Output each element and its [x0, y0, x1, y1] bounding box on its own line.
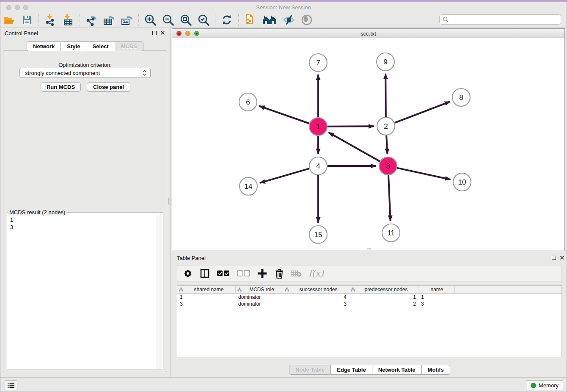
delete-row-button[interactable]	[274, 268, 285, 279]
svg-text:3: 3	[386, 162, 390, 170]
memory-status-icon	[531, 383, 536, 388]
tree-icon	[237, 287, 242, 292]
open-folder-icon	[3, 15, 15, 25]
float-table-panel-button[interactable]	[552, 255, 556, 261]
cell-mcds-role[interactable]: dominator	[236, 301, 283, 307]
export-network-button[interactable]	[85, 14, 98, 26]
svg-text:4: 4	[316, 162, 320, 170]
zoom-in-button[interactable]	[144, 14, 157, 26]
svg-text:6: 6	[246, 98, 250, 106]
graph-node-6[interactable]: 6	[239, 93, 257, 111]
task-history-button[interactable]	[5, 380, 17, 390]
network-graph[interactable]: 7968124314101511	[172, 38, 564, 251]
graph-node-15[interactable]: 15	[309, 226, 327, 243]
graph-node-7[interactable]: 7	[309, 54, 327, 72]
column-header[interactable]: successor nodes	[283, 286, 349, 293]
select-all-button[interactable]	[216, 268, 231, 279]
graph-node-1[interactable]: 1	[309, 118, 327, 135]
cell-name[interactable]: 3	[418, 301, 455, 307]
tab-style[interactable]: Style	[61, 41, 86, 51]
graph-edge-3-11[interactable]	[388, 175, 391, 221]
column-header[interactable]: shared name	[177, 286, 236, 293]
graph-edge-1-2[interactable]	[328, 126, 374, 127]
optimization-criterion-select[interactable]: strongly connected component	[19, 68, 151, 78]
table-settings-button[interactable]	[182, 268, 193, 279]
table-row[interactable]: 3 dominator 3 2 3	[177, 301, 561, 307]
graph-node-8[interactable]: 8	[452, 88, 470, 106]
graph-node-2[interactable]: 2	[377, 117, 395, 135]
cell-successor-nodes[interactable]: 3	[283, 301, 349, 307]
graph-node-3[interactable]: 3	[379, 157, 397, 175]
graph-edge-2-8[interactable]	[395, 102, 450, 123]
hide-selected-button[interactable]	[283, 14, 295, 26]
graph-node-11[interactable]: 11	[382, 224, 400, 242]
delete-table-icon	[291, 270, 302, 277]
zoom-out-button[interactable]	[162, 14, 174, 26]
run-mcds-button[interactable]: Run MCDS	[41, 82, 81, 92]
status-bar: Memory	[0, 377, 567, 392]
float-panel-button[interactable]	[152, 30, 157, 36]
export-table-button[interactable]	[103, 14, 116, 26]
graph-node-10[interactable]: 10	[453, 173, 471, 191]
tab-mcds[interactable]: MCDS	[115, 41, 143, 51]
search-field[interactable]	[439, 14, 561, 25]
open-session-button[interactable]	[3, 14, 16, 26]
column-view-button[interactable]	[199, 268, 210, 279]
graph-edge-3-1[interactable]	[328, 133, 380, 161]
column-header[interactable]: name	[418, 286, 455, 293]
float-icon	[152, 31, 157, 35]
graph-edge-2-9[interactable]	[385, 74, 386, 117]
network-resize-grip[interactable]	[367, 248, 371, 250]
search-input[interactable]	[451, 16, 561, 23]
table-panel-tabs: Node Table Edge Table Network Table Moti…	[172, 365, 567, 375]
close-panel-action-button[interactable]: Close panel	[87, 82, 130, 92]
network-window-titlebar[interactable]: x − + scc.txt	[172, 29, 564, 38]
tab-select[interactable]: Select	[86, 41, 115, 51]
add-row-button[interactable]	[257, 268, 268, 279]
import-table-button[interactable]	[62, 14, 74, 26]
cell-predecessor-nodes[interactable]: 1	[349, 294, 418, 300]
deselect-all-button[interactable]	[237, 268, 251, 279]
delete-table-button[interactable]	[291, 268, 302, 279]
column-header[interactable]: MCDS role	[236, 286, 283, 293]
graph-edge-1-6[interactable]	[259, 106, 309, 124]
first-neighbors-button[interactable]	[261, 14, 278, 26]
cell-predecessor-nodes[interactable]: 2	[349, 301, 418, 307]
tab-network-table[interactable]: Network Table	[372, 365, 422, 375]
toolbar-separator	[39, 14, 39, 26]
graph-edge-2-3[interactable]	[386, 135, 387, 154]
function-builder-button[interactable]: f(x)	[308, 268, 325, 279]
zoom-selected-button[interactable]	[197, 14, 210, 26]
tab-motifs[interactable]: Motifs	[422, 365, 450, 375]
cell-shared-name[interactable]: 3	[177, 301, 236, 307]
column-header[interactable]: predecessor nodes	[349, 286, 418, 293]
import-network-button[interactable]	[44, 14, 57, 26]
export-network-icon	[86, 14, 97, 26]
graph-node-4[interactable]: 4	[309, 157, 327, 175]
hide-eye-icon	[283, 15, 295, 25]
mcds-result-text[interactable]: 1 3	[8, 215, 157, 369]
table-row[interactable]: 1 dominator 4 1 1	[177, 294, 561, 301]
close-table-panel-button[interactable]: ✕	[559, 255, 565, 261]
new-network-from-selection-button[interactable]	[244, 14, 256, 26]
graph-edge-3-10[interactable]	[397, 168, 450, 179]
export-image-button[interactable]	[121, 14, 133, 26]
show-all-button[interactable]	[300, 14, 313, 26]
cell-shared-name[interactable]: 1	[177, 294, 236, 300]
tab-network[interactable]: Network	[27, 41, 61, 51]
cell-successor-nodes[interactable]: 4	[283, 294, 349, 300]
mcds-result-scrollbar[interactable]	[157, 215, 162, 369]
tab-node-table[interactable]: Node Table	[289, 365, 331, 375]
close-panel-button[interactable]: ✕	[160, 30, 165, 36]
memory-button[interactable]: Memory	[526, 380, 563, 390]
tab-edge-table[interactable]: Edge Table	[331, 365, 372, 375]
refresh-button[interactable]	[220, 14, 233, 26]
panel-splitter[interactable]	[170, 28, 171, 377]
cell-mcds-role[interactable]: dominator	[236, 294, 283, 300]
save-session-button[interactable]	[21, 14, 33, 26]
zoom-fit-button[interactable]	[179, 14, 192, 26]
graph-node-9[interactable]: 9	[377, 53, 394, 71]
graph-node-14[interactable]: 14	[239, 177, 257, 195]
cell-name[interactable]: 1	[418, 294, 455, 300]
graph-edge-4-14[interactable]	[260, 168, 309, 183]
